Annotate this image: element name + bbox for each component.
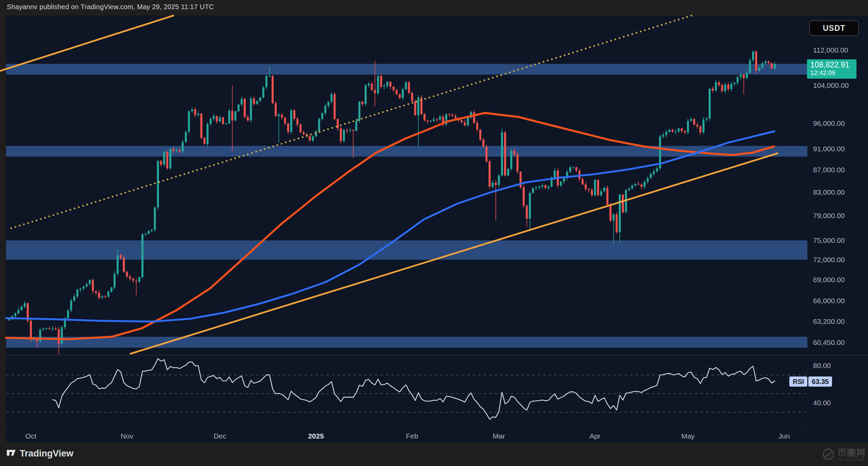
candle-body bbox=[241, 99, 243, 105]
candle-body bbox=[302, 132, 304, 134]
dotted-trendline-dot bbox=[534, 63, 536, 65]
dotted-trendline-dot bbox=[44, 217, 46, 218]
candle-body bbox=[383, 86, 385, 87]
dotted-trendline-dot bbox=[120, 193, 122, 195]
candle-body bbox=[269, 76, 271, 77]
candle-body bbox=[188, 111, 190, 132]
candle-body bbox=[340, 128, 342, 141]
candle-body bbox=[61, 327, 63, 344]
candle-body bbox=[451, 115, 453, 116]
candle-body bbox=[86, 284, 88, 287]
candle-body bbox=[476, 123, 478, 130]
dotted-trendline-dot bbox=[23, 224, 25, 225]
currency-toggle-button[interactable]: USDT bbox=[809, 20, 859, 36]
dotted-trendline-dot bbox=[433, 95, 434, 97]
candle-body bbox=[206, 124, 209, 144]
dotted-trendline-dot bbox=[644, 29, 646, 31]
dotted-trendline-dot bbox=[331, 127, 333, 129]
dotted-trendline-dot bbox=[420, 99, 422, 101]
candle-body bbox=[76, 290, 78, 297]
dotted-trendline-dot bbox=[661, 24, 663, 26]
dotted-trendline-dot bbox=[268, 147, 270, 149]
dotted-trendline-dot bbox=[230, 159, 232, 160]
dotted-trendline-dot bbox=[32, 221, 33, 222]
candle-body bbox=[771, 63, 773, 68]
rsi-name-badge[interactable]: RSI bbox=[789, 376, 807, 387]
candle-body bbox=[743, 75, 745, 78]
dotted-trendline-dot bbox=[129, 190, 130, 192]
price-tick-label: 72,000.00 bbox=[813, 256, 845, 264]
candle-body bbox=[318, 119, 320, 132]
price-tick-label: 63,200.00 bbox=[813, 317, 845, 326]
dotted-trendline-dot bbox=[133, 189, 135, 191]
candle-body bbox=[98, 293, 100, 298]
dotted-trendline-dot bbox=[344, 123, 346, 125]
candle-body bbox=[197, 114, 199, 115]
dotted-trendline-dot bbox=[61, 212, 63, 213]
candle-body bbox=[132, 279, 134, 281]
dotted-trendline-dot bbox=[255, 151, 257, 153]
dotted-trendline-dot bbox=[306, 135, 308, 137]
dotted-trendline-dot bbox=[336, 126, 337, 128]
candle-body bbox=[275, 103, 277, 116]
dotted-trendline-dot bbox=[361, 118, 363, 119]
dotted-trendline-dot bbox=[264, 148, 265, 150]
dotted-trendline-dot bbox=[403, 104, 405, 106]
dotted-trendline-dot bbox=[107, 197, 109, 199]
candle-body bbox=[247, 117, 249, 120]
candle-body bbox=[427, 120, 429, 121]
candle-body bbox=[545, 185, 547, 188]
candle-body bbox=[603, 188, 605, 191]
candle-body bbox=[644, 182, 646, 187]
dotted-trendline-dot bbox=[479, 81, 481, 82]
candle-body bbox=[609, 205, 611, 221]
candle-body bbox=[70, 300, 72, 310]
candle-body bbox=[361, 102, 363, 104]
candle-body bbox=[613, 215, 615, 221]
upper-channel-trendline bbox=[0, 16, 173, 71]
candle-body bbox=[309, 136, 311, 141]
tradingview-branding[interactable]: TradingView bbox=[6, 448, 74, 459]
price-tick-label: 69,000.00 bbox=[813, 276, 845, 284]
candle-body bbox=[386, 82, 388, 86]
candle-body bbox=[284, 117, 286, 123]
candle-body bbox=[724, 84, 726, 91]
last-price-label[interactable]: 108,822.91 12:42:05 bbox=[807, 59, 856, 79]
rsi-tick-label: 40.00 bbox=[813, 399, 831, 407]
chart-canvas[interactable] bbox=[0, 0, 868, 466]
dotted-trendline-dot bbox=[555, 57, 557, 59]
candle-body bbox=[650, 174, 652, 178]
candle-body bbox=[228, 111, 230, 123]
candle-body bbox=[107, 291, 110, 296]
price-tick-label: 66,000.00 bbox=[813, 297, 845, 305]
candle-body bbox=[634, 184, 636, 186]
dotted-trendline-dot bbox=[462, 86, 464, 88]
candle-body bbox=[674, 132, 676, 132]
candle-body bbox=[532, 188, 534, 193]
site-watermark: 币圈网 ALIBTC.COM bbox=[821, 447, 866, 463]
candle-body bbox=[510, 151, 512, 169]
candle-body bbox=[637, 184, 639, 185]
candle-body bbox=[82, 287, 84, 289]
candle-body bbox=[126, 272, 128, 276]
candle-body bbox=[328, 102, 330, 106]
candle-body bbox=[210, 119, 212, 124]
candle-body bbox=[628, 189, 630, 190]
dotted-trendline-dot bbox=[166, 178, 168, 180]
dotted-trendline-dot bbox=[665, 23, 667, 24]
dotted-trendline-dot bbox=[171, 177, 173, 179]
dotted-trendline-dot bbox=[323, 130, 324, 131]
candle-body bbox=[176, 150, 178, 151]
candle-body bbox=[262, 87, 264, 97]
candle-body bbox=[179, 150, 181, 152]
rsi-value-badge: 63.35 bbox=[808, 376, 832, 387]
dotted-trendline-dot bbox=[424, 98, 426, 100]
dotted-trendline-dot bbox=[564, 54, 566, 56]
dotted-trendline-dot bbox=[657, 25, 658, 27]
candle-body bbox=[464, 122, 466, 125]
candle-body bbox=[489, 161, 491, 187]
dotted-trendline-dot bbox=[602, 42, 604, 44]
candle-body bbox=[253, 98, 255, 104]
dotted-trendline-dot bbox=[382, 111, 384, 113]
dotted-trendline-dot bbox=[492, 77, 494, 78]
